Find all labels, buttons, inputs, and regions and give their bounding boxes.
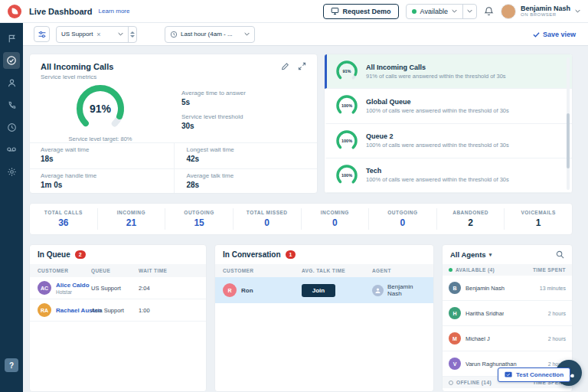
availability-dropdown[interactable]: Available xyxy=(406,4,477,19)
availability-expand[interactable] xyxy=(462,5,476,18)
table-header: CUSTOMERQUEUEWAIT TIME xyxy=(30,264,206,277)
chevron-down-icon xyxy=(118,32,123,36)
customer-name-link[interactable]: Ron xyxy=(241,287,253,294)
queue-list-item[interactable]: 100% Queue 2 100% of calls were answered… xyxy=(325,124,572,158)
sidebar-item-live-dashboard[interactable] xyxy=(3,52,20,69)
stat-outgoing: OUTGOING15 xyxy=(165,208,233,230)
sidebar-item-voicemail[interactable] xyxy=(3,141,20,158)
queue-list-item[interactable]: 91% All Incoming Calls 91% of calls were… xyxy=(325,54,572,89)
chevron-down-icon xyxy=(244,32,250,36)
table-row[interactable]: AC Alice Caldo Hotstar US Support 2:04 xyxy=(30,277,206,299)
user-status: ON BROWSER xyxy=(521,12,570,18)
chevron-down-icon xyxy=(452,9,457,13)
queue-desc: 100% of calls were answered within the t… xyxy=(366,142,509,149)
remove-tag-icon[interactable]: × xyxy=(96,31,100,38)
scrollbar-thumb[interactable] xyxy=(567,113,570,169)
sidebar-item-flag[interactable] xyxy=(3,30,20,47)
count-badge: 1 xyxy=(286,250,296,259)
available-section-header[interactable]: AVAILABLE (4) TIME SPENT xyxy=(443,264,572,276)
queue-gauge: 91% xyxy=(335,60,358,83)
metric-value: 42s xyxy=(187,155,307,163)
sidebar-item-calls[interactable] xyxy=(3,96,20,113)
queue-desc: 100% of calls were answered within the t… xyxy=(366,176,509,183)
time-filter-label: Last hour (4am - ... xyxy=(181,31,233,38)
sidebar-item-settings[interactable] xyxy=(3,163,20,180)
avatar: RA xyxy=(38,303,51,317)
queues-list-card: 91% All Incoming Calls 91% of calls were… xyxy=(324,54,573,194)
queue-gauge: 100% xyxy=(335,164,358,187)
customer-name-link[interactable]: Rachael Austen xyxy=(56,307,91,314)
queue-cell: Asia Support xyxy=(91,307,139,314)
service-level-card: All Incoming Calls Service level metrics xyxy=(29,54,318,194)
time-filter-select[interactable]: Last hour (4am - ... xyxy=(165,26,255,43)
queue-name: Queue 2 xyxy=(366,132,509,140)
save-view-button[interactable]: Save view xyxy=(533,31,576,38)
queue-list-item[interactable]: 100% Global Queue 100% of calls were ans… xyxy=(325,89,572,123)
filter-bar: US Support × Last hour (4am - ... Save v… xyxy=(23,23,588,46)
page-title: Live Dashboard xyxy=(29,7,93,16)
metric-label: Average wait time xyxy=(41,146,163,153)
avatar: M xyxy=(449,332,461,345)
stat-total-calls: TOTAL CALLS36 xyxy=(30,208,97,230)
filter-stepper[interactable] xyxy=(128,27,136,42)
offline-dot xyxy=(449,381,453,385)
learn-more-link[interactable]: Learn more xyxy=(99,8,130,15)
agent-name: Benjamin Nash xyxy=(387,283,426,297)
stat-missed-outgoing: OUTGOING0 xyxy=(368,208,436,230)
sidebar-item-contacts[interactable] xyxy=(3,74,20,91)
customer-company: Hotstar xyxy=(56,289,90,295)
stat-total-missed: TOTAL MISSED0 xyxy=(233,208,301,230)
queue-name: Tech xyxy=(366,167,509,175)
edit-icon[interactable] xyxy=(281,62,289,70)
available-status-dot xyxy=(412,9,416,14)
avatar: R xyxy=(223,283,237,297)
user-menu[interactable]: Benjamin Nash ON BROWSER xyxy=(501,4,580,19)
avatar: V xyxy=(449,358,461,370)
help-icon[interactable]: ? xyxy=(5,358,18,372)
queue-filter-select[interactable]: US Support × xyxy=(56,26,137,43)
customer-name-link[interactable]: Alice Caldo xyxy=(56,282,90,289)
queue-desc: 100% of calls were answered within the t… xyxy=(366,107,509,114)
card-title: In Conversation xyxy=(223,250,281,259)
sidebar-item-reports[interactable] xyxy=(3,119,20,136)
metric-value: 5s xyxy=(181,98,246,106)
metric-value: 18s xyxy=(41,155,163,163)
queue-cell: US Support xyxy=(91,285,139,292)
expand-icon[interactable] xyxy=(298,62,306,70)
agent-row[interactable]: MMichael J 2 hours xyxy=(443,326,572,351)
chevron-down-icon xyxy=(575,9,580,13)
queue-gauge: 100% xyxy=(335,129,358,152)
agent-row[interactable]: HHaritha Sridhar 2 hours xyxy=(443,301,572,326)
table-row[interactable]: RA Rachael Austen Asia Support 1:00 xyxy=(30,299,206,322)
metric-label: Average talk time xyxy=(187,172,307,179)
filter-icon[interactable] xyxy=(34,26,50,42)
queue-list-item[interactable]: 100% Tech 100% of calls were answered wi… xyxy=(325,158,572,193)
test-connection-button[interactable]: Test Connection xyxy=(498,368,570,382)
card-title: In Queue xyxy=(38,250,70,259)
chevron-down-icon xyxy=(467,9,472,13)
check-icon xyxy=(533,31,540,38)
card-subtitle: Service level metrics xyxy=(41,74,113,80)
request-demo-button[interactable]: Request Demo xyxy=(323,4,399,19)
table-row[interactable]: R Ron Join Benjamin Nash xyxy=(215,277,433,303)
notifications-bell-icon[interactable] xyxy=(484,6,494,16)
search-icon[interactable] xyxy=(556,250,564,259)
topbar: Live Dashboard Learn more Request Demo A… xyxy=(0,0,588,23)
queue-name: All Incoming Calls xyxy=(366,64,506,71)
agents-filter-dropdown[interactable]: All Agents▾ xyxy=(450,250,492,259)
agent-row[interactable]: BBenjamin Nash 13 minutes xyxy=(443,276,572,301)
queue-gauge: 100% xyxy=(335,94,358,117)
demo-screen-icon xyxy=(331,7,339,15)
sidebar: ? xyxy=(0,23,23,392)
count-badge: 2 xyxy=(75,250,86,259)
agent-avatar xyxy=(372,285,384,296)
clock-icon xyxy=(170,31,178,38)
freshcaller-logo[interactable] xyxy=(8,5,21,18)
queue-desc: 91% of calls were answered within the th… xyxy=(366,73,506,80)
metric-value: 28s xyxy=(187,181,307,189)
in-conversation-card: In Conversation 1 CUSTOMERAVG. TALK TIME… xyxy=(214,244,434,392)
user-avatar xyxy=(501,4,516,19)
main-content: All Incoming Calls Service level metrics xyxy=(23,46,588,392)
join-button[interactable]: Join xyxy=(302,284,335,297)
metric-label: Longest wait time xyxy=(187,146,307,153)
